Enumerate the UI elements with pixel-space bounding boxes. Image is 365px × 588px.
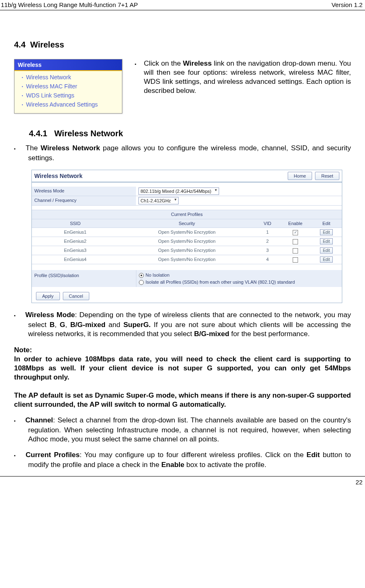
cell-ssid: EnGenius3 bbox=[32, 246, 119, 255]
cell-vid: 1 bbox=[255, 228, 280, 237]
nav-wireless-mac-filter[interactable]: Wireless MAC Filter bbox=[22, 82, 122, 91]
subsection-title: Wireless Network bbox=[54, 129, 123, 138]
isolate-all-radio[interactable] bbox=[139, 280, 144, 285]
current-profiles-paragraph: ▪Current Profiles: You may configure up … bbox=[14, 450, 351, 469]
cell-security: Open System/No Encryption bbox=[119, 237, 255, 246]
edit-button[interactable]: Edit bbox=[320, 229, 333, 235]
col-enable: Enable bbox=[280, 219, 311, 228]
note-label: Note: bbox=[14, 346, 351, 355]
nav-wireless-network[interactable]: Wireless Network bbox=[22, 73, 122, 82]
wireless-network-intro: ▪The Wireless Network page allows you to… bbox=[14, 144, 351, 163]
cell-ssid: EnGenius2 bbox=[32, 237, 119, 246]
doc-title-left: 11b/g Wireless Long Range Multi-function… bbox=[1, 1, 138, 9]
col-edit: Edit bbox=[311, 219, 342, 228]
page-footer: 22 bbox=[0, 476, 365, 488]
wireless-nav-menu: Wireless Wireless Network Wireless MAC F… bbox=[14, 59, 122, 114]
wireless-nav-title: Wireless bbox=[14, 59, 122, 71]
wireless-mode-paragraph: ▪Wireless Mode: Depending on the type of… bbox=[14, 311, 351, 339]
channel-freq-label: Channel / Frequency bbox=[32, 196, 136, 205]
section-number: 4.4 bbox=[14, 40, 26, 49]
channel-paragraph: ▪Channel: Select a channel from the drop… bbox=[14, 416, 351, 444]
page-number: 22 bbox=[355, 479, 363, 486]
bullet-icon: ▪ bbox=[135, 59, 136, 69]
panel-title: Wireless Network bbox=[34, 172, 83, 180]
wm-and: and bbox=[105, 321, 123, 329]
apply-button[interactable]: Apply bbox=[36, 292, 60, 300]
wm-b: B bbox=[50, 321, 55, 329]
profiles-table: SSID Security VID Enable Edit EnGenius1 … bbox=[32, 219, 342, 264]
cell-security: Open System/No Encryption bbox=[119, 228, 255, 237]
edit-button[interactable]: Edit bbox=[320, 247, 333, 254]
cell-security: Open System/No Encryption bbox=[119, 246, 255, 255]
table-row: EnGenius3 Open System/No Encryption 3 Ed… bbox=[32, 246, 342, 255]
col-vid: VID bbox=[255, 219, 280, 228]
cell-vid: 4 bbox=[255, 255, 280, 264]
doc-header: 11b/g Wireless Long Range Multi-function… bbox=[0, 0, 365, 10]
col-ssid: SSID bbox=[32, 219, 119, 228]
wm-g: G bbox=[60, 321, 65, 329]
edit-button[interactable]: Edit bbox=[320, 256, 333, 263]
enable-checkbox[interactable] bbox=[293, 230, 298, 235]
cell-ssid: EnGenius4 bbox=[32, 255, 119, 264]
current-profiles-header: Current Profiles bbox=[32, 210, 342, 219]
cp-t1: : You may configure up to four different… bbox=[80, 451, 307, 459]
ch-text: : Select a channel from the drop-down li… bbox=[28, 416, 351, 443]
wm-bg: B/G-mixed bbox=[70, 321, 105, 329]
cell-ssid: EnGenius1 bbox=[32, 228, 119, 237]
home-button[interactable]: Home bbox=[288, 172, 312, 180]
wm-bg2: B/G-mixed bbox=[194, 330, 229, 338]
nb-bold: Wireless Network bbox=[41, 144, 100, 152]
wm-sg: SuperG. bbox=[123, 321, 150, 329]
note-body-1: In order to achieve 108Mbps data rate, y… bbox=[14, 355, 351, 382]
cp-lead: Current Profiles bbox=[26, 451, 80, 459]
no-isolation-radio[interactable] bbox=[139, 273, 144, 278]
table-row: EnGenius1 Open System/No Encryption 1 Ed… bbox=[32, 228, 342, 237]
table-row: EnGenius4 Open System/No Encryption 4 Ed… bbox=[32, 255, 342, 264]
enable-checkbox[interactable] bbox=[293, 248, 298, 254]
cell-vid: 3 bbox=[255, 246, 280, 255]
enable-checkbox[interactable] bbox=[293, 257, 298, 263]
cp-edit: Edit bbox=[307, 451, 320, 459]
doc-version: Version 1.2 bbox=[332, 1, 363, 9]
enable-checkbox[interactable] bbox=[293, 239, 298, 244]
intro-paragraph: Click on the Wireless link on the naviga… bbox=[144, 59, 351, 95]
wireless-mode-select[interactable]: 802.11b/g Mixed (2.4GHz/54Mbps) bbox=[138, 187, 219, 195]
no-isolation-text: No Isolation bbox=[146, 273, 169, 277]
cell-security: Open System/No Encryption bbox=[119, 255, 255, 264]
wireless-network-screenshot: Wireless Network Home Reset Wireless Mod… bbox=[31, 170, 342, 303]
ssid-isolation-label: Profile (SSID)Isolation bbox=[32, 270, 136, 287]
wireless-mode-label: Wireless Mode bbox=[32, 187, 136, 196]
note-block: Note: In order to achieve 108Mbps data r… bbox=[14, 346, 351, 410]
nav-wireless-advanced[interactable]: Wireless Advanced Settings bbox=[22, 100, 122, 109]
wm-c2: , bbox=[65, 321, 70, 329]
subsection-number: 4.4.1 bbox=[29, 129, 47, 138]
edit-button[interactable]: Edit bbox=[320, 238, 333, 244]
cp-enable: Enable bbox=[161, 461, 184, 469]
ch-lead: Channel bbox=[25, 416, 53, 424]
wm-c1: , bbox=[55, 321, 60, 329]
wm-lead: Wireless Mode bbox=[25, 311, 75, 319]
cancel-button[interactable]: Cancel bbox=[63, 292, 89, 300]
section-heading: 4.4 Wireless bbox=[14, 39, 351, 50]
section-title: Wireless bbox=[30, 40, 64, 49]
col-security: Security bbox=[119, 219, 255, 228]
reset-button[interactable]: Reset bbox=[315, 172, 339, 180]
wm-t3: for the best performance. bbox=[229, 330, 310, 338]
nb-prefix: The bbox=[26, 144, 41, 152]
table-row: EnGenius2 Open System/No Encryption 2 Ed… bbox=[32, 237, 342, 246]
channel-freq-select[interactable]: Ch1-2.412GHz bbox=[138, 197, 179, 204]
isolate-all-text: Isolate all Profiles (SSIDs) from each o… bbox=[146, 280, 295, 285]
subsection-heading: 4.4.1 Wireless Network bbox=[29, 128, 351, 139]
intro-bold-wireless: Wireless bbox=[183, 59, 212, 67]
cell-vid: 2 bbox=[255, 237, 280, 246]
note-body-2: The AP default is set as Dynamic Super-G… bbox=[14, 391, 351, 409]
cp-t3: box to activate the profile. bbox=[184, 461, 266, 469]
nav-wds-link-settings[interactable]: WDS Link Settings bbox=[22, 91, 122, 100]
